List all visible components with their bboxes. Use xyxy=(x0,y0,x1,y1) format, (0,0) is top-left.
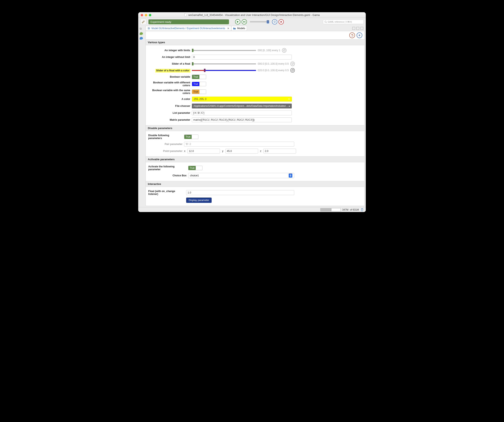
input-float-listener[interactable] xyxy=(186,190,294,195)
slider-float[interactable] xyxy=(192,63,256,64)
search-icon xyxy=(324,21,327,23)
input-matrix[interactable] xyxy=(192,117,292,122)
slider-float-color[interactable] xyxy=(192,70,256,71)
run-controls xyxy=(235,19,284,24)
refresh-float-color[interactable] xyxy=(290,68,295,72)
toggle-bool2[interactable]: True xyxy=(192,82,206,86)
label-float-listener: Float (with on_change listener) xyxy=(147,190,186,195)
stop-button[interactable] xyxy=(278,19,284,24)
tab-tools xyxy=(352,27,365,30)
toolbar: Experiment ready GAML reference (⇧⌘H) xyxy=(138,18,366,26)
parameters-panel: Various types An integer with limits 000… xyxy=(146,31,365,206)
label-float-color: Slider of a float with a color xyxy=(155,69,190,72)
edit-button[interactable] xyxy=(140,19,146,25)
window-controls xyxy=(141,14,151,16)
label-pair: Pair parameter xyxy=(147,143,184,145)
label-file: File chooser xyxy=(147,105,192,108)
svg-point-3 xyxy=(149,28,150,29)
chevron-updown-icon xyxy=(289,174,292,178)
plus-icon xyxy=(358,34,361,37)
label-int-limit: An integer with limits xyxy=(147,49,192,52)
restore-icon[interactable]: ⧉ xyxy=(140,27,143,30)
label-bool2: Boolean variable with different colors xyxy=(147,81,192,87)
minimize-view-icon[interactable] xyxy=(352,27,355,30)
slider-int-limit[interactable] xyxy=(192,50,256,51)
label-matrix: Matrix parameter xyxy=(147,118,192,121)
close-icon[interactable] xyxy=(141,14,143,16)
label-x: x xyxy=(184,150,185,152)
svg-point-2 xyxy=(148,27,149,28)
label-choice: Choice Box xyxy=(147,174,188,177)
maximize-view-icon[interactable] xyxy=(356,27,359,30)
restore-view-icon[interactable] xyxy=(360,27,363,30)
tab-experiment[interactable]: Model GUIInteractiveElements / Experimen… xyxy=(146,26,231,31)
section-disable: Disable parameters xyxy=(146,125,364,131)
float-slider-suffix: 000.0 [0.0..100.0] every 0.5 xyxy=(258,62,289,65)
close-tab-icon[interactable]: ✕ xyxy=(227,27,229,30)
dropdown-icon xyxy=(288,98,290,100)
input-point-y[interactable] xyxy=(226,149,258,154)
choice-box[interactable]: choice1 xyxy=(188,173,294,178)
label-y: y xyxy=(222,150,223,152)
revert-button[interactable] xyxy=(349,32,355,38)
label-point: Point parameter xyxy=(147,150,184,152)
chat-blue-icon[interactable] xyxy=(140,37,143,40)
int-limit-suffix: 000 [0..100] every 1 xyxy=(258,49,280,52)
input-list[interactable] xyxy=(192,110,292,115)
float-color-suffix: 020.0 [0.0..100.0] every 0.5 xyxy=(258,69,289,72)
sliders-icon xyxy=(147,27,150,30)
section-various: Various types xyxy=(146,39,364,45)
input-pair xyxy=(184,142,294,147)
document-icon xyxy=(184,13,187,16)
svg-point-1 xyxy=(325,21,326,23)
minimize-icon[interactable] xyxy=(145,14,147,16)
label-int-nolimit: An integer without limit xyxy=(147,56,192,59)
reload-icon xyxy=(273,21,276,23)
window-title: wsGamaRel_1.8_334544454 - Visualization … xyxy=(138,13,366,17)
refresh-float[interactable] xyxy=(290,61,295,66)
display-parameter-button[interactable]: Display parameter xyxy=(186,198,212,203)
memory-total: of 631M xyxy=(350,208,359,211)
step-button[interactable] xyxy=(242,19,247,24)
reload-button[interactable] xyxy=(272,19,277,24)
toggle-bool3[interactable]: True xyxy=(192,90,206,94)
file-open-icon: ▸ xyxy=(289,105,290,108)
x-icon xyxy=(280,21,282,23)
memory-used: 347M xyxy=(342,208,348,211)
play-icon xyxy=(236,21,239,23)
toggle-disable-following[interactable]: True xyxy=(184,135,198,139)
input-point-z[interactable] xyxy=(264,149,296,154)
section-activable: Activable parameters xyxy=(146,156,364,162)
label-z: z xyxy=(260,150,261,152)
search-input[interactable]: GAML reference (⇧⌘H) xyxy=(323,20,364,24)
speed-slider[interactable] xyxy=(250,21,269,22)
label-activate: Activate the following parameter xyxy=(147,165,188,171)
label-bool1: Boolean variable xyxy=(147,75,192,78)
toggle-activate[interactable]: True xyxy=(188,166,203,170)
section-interactive: Interactive xyxy=(146,181,364,187)
add-button[interactable] xyxy=(357,32,362,38)
left-rail: ⧉ xyxy=(138,26,144,207)
step-icon xyxy=(243,21,246,23)
maximize-icon[interactable] xyxy=(149,14,151,16)
memory-bar xyxy=(320,208,341,211)
tab-models[interactable]: Models xyxy=(231,26,247,31)
refresh-int-limit[interactable] xyxy=(282,48,287,53)
svg-rect-0 xyxy=(245,21,245,23)
file-chooser[interactable]: /Applications/GAMA1.8.app/Contents/Eclip… xyxy=(192,103,292,109)
undo-arrow-icon xyxy=(351,34,354,37)
label-disable-following: Disable following parameters xyxy=(147,134,184,140)
label-float-slider: Slider of a float xyxy=(147,62,192,65)
titlebar: wsGamaRel_1.8_334544454 - Visualization … xyxy=(138,12,366,18)
chat-green-icon[interactable] xyxy=(140,32,143,35)
input-int-nolimit[interactable] xyxy=(192,55,292,60)
folder-icon xyxy=(233,27,236,30)
trash-icon[interactable] xyxy=(360,208,364,211)
play-button[interactable] xyxy=(235,19,240,24)
color-picker[interactable]: 255, 255, 0 xyxy=(192,97,292,102)
input-point-x[interactable] xyxy=(187,149,220,154)
toggle-bool1[interactable]: True xyxy=(192,75,206,79)
tab-bar: Model GUIInteractiveElements / Experimen… xyxy=(146,26,365,31)
app-window: wsGamaRel_1.8_334544454 - Visualization … xyxy=(138,12,366,212)
svg-point-4 xyxy=(148,29,149,29)
